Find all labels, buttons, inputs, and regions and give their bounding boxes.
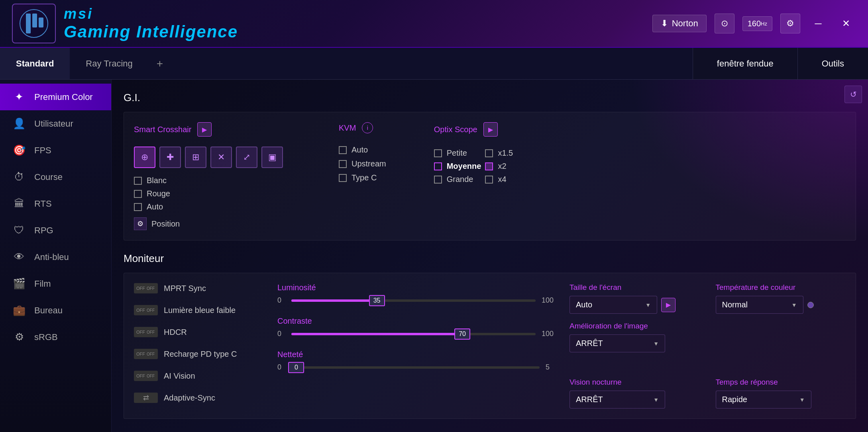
crosshair-icon-3[interactable]: ✕ — [210, 147, 232, 168]
sidebar-item-film[interactable]: 🎬 Film — [0, 270, 111, 297]
sidebar-item-premium-color[interactable]: ✦ Premium Color — [0, 84, 111, 110]
hdcr-toggle[interactable]: OFF — [134, 327, 158, 337]
temperature-label: Température de couleur — [716, 283, 846, 292]
taille-play-button[interactable]: ▶ — [661, 298, 676, 312]
sidebar-item-label: Utilisateur — [34, 119, 73, 129]
temps-reponse-arrow-icon: ▼ — [799, 397, 805, 403]
auto-checkbox[interactable] — [134, 203, 142, 211]
circle-icon-button[interactable]: ⊙ — [715, 14, 734, 33]
temperature-dropdown[interactable]: Normal ▼ — [716, 296, 803, 314]
mprt-label: MPRT Sync — [164, 284, 206, 293]
rouge-label: Rouge — [147, 189, 170, 198]
sidebar-item-rpg[interactable]: 🛡 RPG — [0, 217, 111, 244]
minimize-button[interactable]: ─ — [808, 14, 828, 33]
luminosite-label: Luminosité — [277, 283, 554, 292]
tab-tools[interactable]: Outils — [797, 48, 868, 79]
nettete-row: 0 0 5 — [277, 363, 554, 371]
gi-section: Smart Crosshair ▶ ⊕ ✚ ⊞ ✕ ⤢ ▣ — [124, 112, 856, 240]
slider-section: Luminosité 0 35 100 — [277, 283, 554, 409]
contraste-thumb: 70 — [454, 328, 470, 340]
rouge-checkbox[interactable] — [134, 190, 142, 198]
norton-button[interactable]: ⬇ Norton — [652, 15, 707, 32]
contraste-row: 0 70 100 — [277, 330, 554, 338]
premium-color-icon: ✦ — [12, 91, 26, 103]
tab-ray-tracing[interactable]: Ray Tracing — [70, 48, 148, 79]
luminosite-thumb: 35 — [369, 295, 385, 306]
contraste-group: Contraste 0 70 100 — [277, 317, 554, 338]
bottom-panels: Vision nocturne ARRÊT ▼ Temps de réponse… — [570, 378, 846, 409]
adaptive-label: Adaptive-Sync — [164, 393, 215, 403]
color-options: Blanc Rouge Auto — [134, 176, 283, 211]
hz-value: 160 — [748, 19, 761, 28]
lumiere-label: Lumière bleue faible — [164, 306, 236, 315]
kvm-typec-row: Type C — [339, 173, 386, 182]
nettete-label: Netteté — [277, 350, 554, 359]
right-top: Taille de l'écran Auto ▼ ▶ Tem — [570, 283, 846, 314]
amelioration-dropdown[interactable]: ARRÊT ▼ — [570, 334, 665, 352]
reset-button[interactable]: ↺ — [844, 86, 862, 103]
monitor-section: OFF MPRT Sync OFF Lumière bleue faible O… — [124, 273, 856, 419]
logo-svg — [18, 8, 50, 39]
temps-reponse-dropdown[interactable]: Rapide ▼ — [716, 391, 811, 409]
crosshair-icon-0[interactable]: ⊕ — [134, 147, 155, 168]
svg-rect-2 — [32, 14, 37, 27]
svg-rect-3 — [39, 18, 43, 27]
optix-petite-label: Petite — [447, 149, 467, 158]
amelioration-col: Amélioration de l'image ARRÊT ▼ — [570, 322, 846, 370]
sidebar-item-utilisateur[interactable]: 👤 Utilisateur — [0, 110, 111, 137]
optix-col: Optix Scope ▶ Petite x1.5 — [434, 122, 532, 184]
kvm-typec-checkbox[interactable] — [339, 174, 347, 182]
sidebar-item-rts[interactable]: 🏛 RTS — [0, 190, 111, 217]
kvm-upstream-checkbox[interactable] — [339, 160, 347, 168]
crosshair-icon-2[interactable]: ⊞ — [185, 147, 206, 168]
tab-right: fenêtre fendue Outils — [693, 48, 868, 79]
sidebar-item-course[interactable]: ⏱ Course — [0, 164, 111, 190]
recharge-toggle[interactable]: OFF — [134, 349, 158, 359]
crosshair-icon-5[interactable]: ▣ — [261, 147, 283, 168]
smart-crosshair-header: Smart Crosshair ▶ — [134, 122, 283, 137]
crosshair-icon-4[interactable]: ⤢ — [236, 147, 257, 168]
optix-x15-checkbox[interactable] — [485, 149, 493, 157]
tab-standard[interactable]: Standard — [0, 48, 70, 79]
luminosite-max: 100 — [542, 296, 554, 305]
optix-play-button[interactable]: ▶ — [483, 122, 498, 137]
lumiere-toggle[interactable]: OFF — [134, 305, 158, 315]
blanc-checkbox[interactable] — [134, 177, 142, 185]
vision-dropdown[interactable]: ARRÊT ▼ — [570, 391, 665, 409]
monitor-toggles-col: OFF MPRT Sync OFF Lumière bleue faible O… — [134, 283, 261, 409]
luminosite-track[interactable]: 35 — [291, 299, 536, 302]
settings-button[interactable]: ⚙ — [780, 14, 800, 33]
content-area: ↺ G.I. Smart Crosshair ▶ ⊕ ✚ ⊞ ✕ ⤢ — [112, 80, 868, 432]
nettete-track[interactable]: 0 — [291, 366, 540, 369]
tab-split-window[interactable]: fenêtre fendue — [693, 48, 797, 79]
mprt-toggle[interactable]: OFF — [134, 283, 158, 293]
smart-crosshair-play-button[interactable]: ▶ — [197, 122, 212, 137]
optix-x15-label: x1.5 — [498, 149, 513, 158]
kvm-auto-checkbox[interactable] — [339, 146, 347, 154]
sidebar-item-anti-bleu[interactable]: 👁 Anti-bleu — [0, 244, 111, 270]
optix-x2-checkbox[interactable] — [485, 162, 493, 170]
aivision-toggle[interactable]: OFF — [134, 371, 158, 381]
optix-petite-checkbox[interactable] — [434, 149, 442, 157]
tab-add-button[interactable]: + — [149, 48, 171, 79]
sidebar-item-bureau[interactable]: 💼 Bureau — [0, 297, 111, 324]
kvm-col: KVM i Auto Upstream — [339, 122, 386, 182]
optix-x4-checkbox[interactable] — [485, 176, 493, 184]
optix-grande-checkbox[interactable] — [434, 176, 442, 184]
optix-x2-row: x2 — [485, 162, 532, 171]
adaptive-row: ⇄ Adaptive-Sync — [134, 393, 261, 403]
optix-moyenne-checkbox[interactable] — [434, 162, 442, 170]
contraste-track[interactable]: 70 — [291, 333, 536, 335]
sidebar-item-srgb[interactable]: ⚙ sRGB — [0, 324, 111, 350]
sidebar-item-fps[interactable]: 🎯 FPS — [0, 137, 111, 164]
msi-label: msi — [64, 6, 238, 22]
close-button[interactable]: ✕ — [836, 14, 856, 33]
adaptive-toggle[interactable]: ⇄ — [134, 393, 158, 403]
crosshair-icon-1[interactable]: ✚ — [159, 147, 181, 168]
taille-dropdown[interactable]: Auto ▼ — [570, 296, 657, 314]
taille-arrow-icon: ▼ — [645, 302, 651, 308]
kvm-info-icon[interactable]: i — [362, 122, 373, 133]
sidebar-item-label: Anti-bleu — [34, 252, 69, 262]
contraste-label: Contraste — [277, 317, 554, 326]
kvm-typec-label: Type C — [352, 173, 377, 182]
